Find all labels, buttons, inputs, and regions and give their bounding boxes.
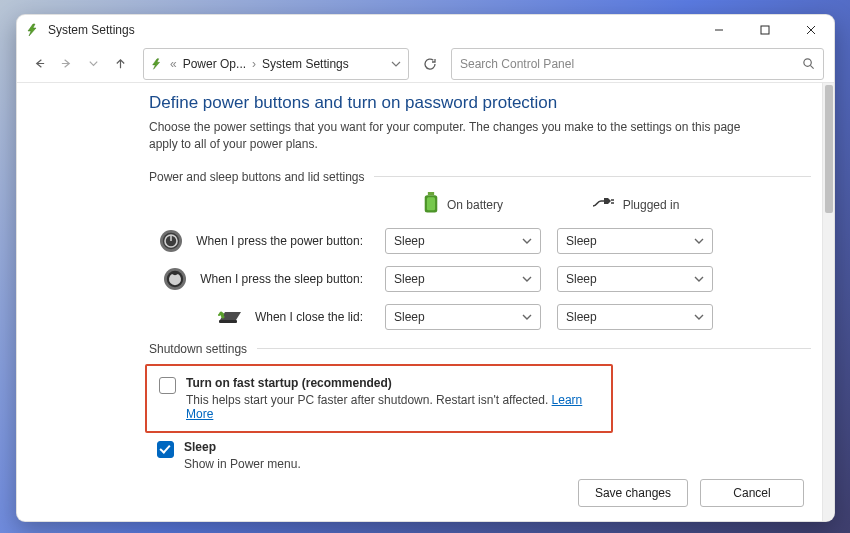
row-power-button: When I press the power button: Sleep Sle…	[149, 228, 811, 254]
power-battery-select[interactable]: Sleep	[385, 228, 541, 254]
titlebar: System Settings	[17, 15, 834, 45]
forward-button[interactable]	[54, 51, 79, 76]
lid-plugged-select[interactable]: Sleep	[557, 304, 713, 330]
sleep-subtitle: Show in Power menu.	[184, 457, 301, 471]
sleep-title: Sleep	[184, 440, 301, 454]
sleep-plugged-select[interactable]: Sleep	[557, 266, 713, 292]
close-button[interactable]	[788, 15, 834, 45]
search-input[interactable]: Search Control Panel	[451, 48, 824, 80]
column-headers: On battery Plugged in	[149, 192, 811, 218]
fast-startup-subtitle: This helps start your PC faster after sh…	[186, 393, 589, 421]
refresh-button[interactable]	[415, 49, 445, 79]
breadcrumb-prefix: «	[170, 57, 177, 71]
up-button[interactable]	[108, 51, 133, 76]
fast-startup-title: Turn on fast startup (recommended)	[186, 376, 589, 390]
battery-icon	[423, 192, 439, 217]
minimize-button[interactable]	[696, 15, 742, 45]
search-icon	[802, 57, 815, 70]
sleep-battery-select[interactable]: Sleep	[385, 266, 541, 292]
content-area: Define power buttons and turn on passwor…	[17, 82, 834, 521]
app-icon	[25, 22, 41, 38]
rule	[374, 176, 811, 177]
page-title: Define power buttons and turn on passwor…	[149, 93, 811, 113]
scrollbar-thumb[interactable]	[825, 85, 833, 213]
svg-rect-10	[219, 320, 237, 323]
svg-rect-0	[761, 26, 769, 34]
svg-point-1	[804, 59, 811, 66]
col-on-battery: On battery	[385, 192, 541, 218]
lid-icon	[217, 304, 243, 330]
footer-buttons: Save changes Cancel	[578, 479, 804, 507]
nav-row: « Power Op... › System Settings Search C…	[17, 45, 834, 82]
sleep-checkbox[interactable]	[157, 441, 174, 458]
sleep-button-icon	[162, 266, 188, 292]
col-battery-label: On battery	[447, 198, 503, 212]
rule	[257, 348, 811, 349]
window-buttons	[696, 15, 834, 45]
svg-rect-2	[428, 192, 434, 195]
settings-window: System Settings « Power Op... › System S…	[16, 14, 835, 522]
row-close-lid: When I close the lid: Sleep Sleep	[149, 304, 811, 330]
row-sleep-label: When I press the sleep button:	[200, 272, 363, 286]
search-placeholder: Search Control Panel	[460, 57, 794, 71]
chevron-down-icon[interactable]	[390, 58, 402, 70]
row-power-label: When I press the power button:	[196, 234, 363, 248]
page-description: Choose the power settings that you want …	[149, 119, 749, 154]
window-title: System Settings	[48, 23, 135, 37]
section-shutdown-label: Shutdown settings	[149, 342, 247, 356]
chevron-right-icon: ›	[252, 57, 256, 71]
lid-battery-select[interactable]: Sleep	[385, 304, 541, 330]
power-button-icon	[158, 228, 184, 254]
cancel-button[interactable]: Cancel	[700, 479, 804, 507]
recent-dropdown-button[interactable]	[81, 51, 106, 76]
section-shutdown-heading: Shutdown settings	[149, 342, 811, 356]
row-lid-label: When I close the lid:	[255, 310, 363, 324]
fast-startup-checkbox[interactable]	[159, 377, 176, 394]
back-button[interactable]	[27, 51, 52, 76]
power-plugged-select[interactable]: Sleep	[557, 228, 713, 254]
breadcrumb-parent[interactable]: Power Op...	[183, 57, 246, 71]
col-plugged-label: Plugged in	[623, 198, 680, 212]
maximize-button[interactable]	[742, 15, 788, 45]
breadcrumb-current[interactable]: System Settings	[262, 57, 349, 71]
section-buttons-heading: Power and sleep buttons and lid settings	[149, 170, 811, 184]
address-bar[interactable]: « Power Op... › System Settings	[143, 48, 409, 80]
sleep-option: Sleep Show in Power menu.	[149, 437, 811, 474]
svg-rect-4	[427, 198, 435, 211]
fast-startup-highlight: Turn on fast startup (recommended) This …	[145, 364, 613, 433]
scrollbar[interactable]	[822, 83, 834, 521]
address-icon	[150, 57, 164, 71]
plug-icon	[591, 196, 615, 213]
section-heading-label: Power and sleep buttons and lid settings	[149, 170, 364, 184]
scroll-area: Define power buttons and turn on passwor…	[17, 83, 821, 521]
col-plugged-in: Plugged in	[557, 192, 713, 218]
save-button[interactable]: Save changes	[578, 479, 688, 507]
row-sleep-button: When I press the sleep button: Sleep Sle…	[149, 266, 811, 292]
fast-startup-option: Turn on fast startup (recommended) This …	[159, 373, 599, 424]
